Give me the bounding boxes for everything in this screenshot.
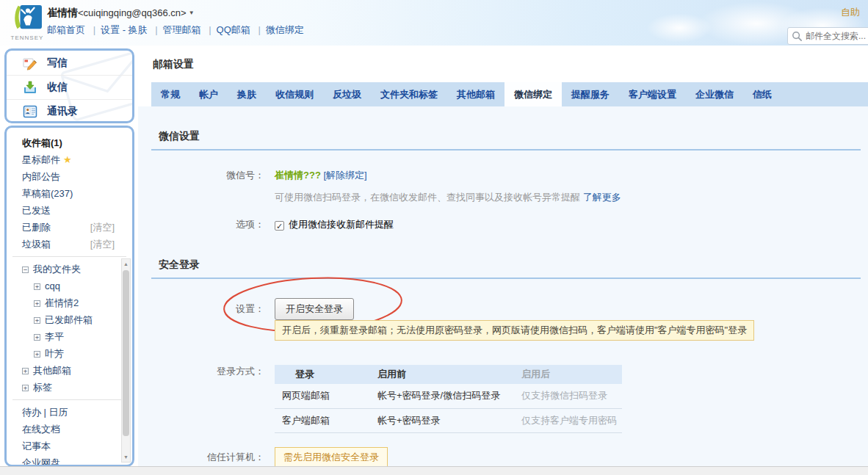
cloud-decoration bbox=[646, 13, 712, 43]
col-header-after: 启用后 bbox=[514, 365, 622, 384]
scroll-up-icon[interactable]: ▲ bbox=[122, 259, 130, 269]
unbind-link[interactable]: [解除绑定] bbox=[323, 170, 366, 181]
tree-expand-icon[interactable] bbox=[22, 385, 29, 391]
tree-collapse-icon[interactable] bbox=[22, 266, 29, 273]
tab-wechat-binding[interactable]: 微信绑定 bbox=[504, 82, 562, 106]
tab-reminder-service[interactable]: 提醒服务 bbox=[562, 82, 619, 106]
page-title: 邮箱设置 bbox=[153, 58, 194, 71]
tab-general[interactable]: 常规 bbox=[151, 82, 189, 106]
receive-mail-icon bbox=[23, 80, 37, 95]
tree-expand-icon[interactable] bbox=[34, 283, 40, 290]
tab-antispam[interactable]: 反垃圾 bbox=[323, 82, 371, 106]
tab-skin[interactable]: 换肤 bbox=[228, 82, 266, 106]
star-icon: ★ bbox=[63, 154, 72, 165]
login-mode-table: 登录 启用前 启用后 网页端邮箱 帐号+密码登录/微信扫码登录 仅支持微信扫码登… bbox=[275, 365, 622, 433]
compose-pencil-icon bbox=[23, 56, 37, 70]
user-dropdown-icon[interactable]: ▼ bbox=[189, 10, 195, 16]
trusted-computer-row: 信任计算机： 需先启用微信安全登录 bbox=[138, 447, 853, 466]
tab-other-mailboxes[interactable]: 其他邮箱 bbox=[447, 82, 504, 106]
empty-deleted-link[interactable]: [清空] bbox=[90, 219, 115, 236]
user-name: 崔情情 bbox=[47, 7, 78, 18]
wechat-id-row: 微信号： 崔情情??? [解除绑定] bbox=[138, 169, 853, 182]
settings-tabbar: 常规 帐户 换肤 收信规则 反垃圾 文件夹和标签 其他邮箱 微信绑定 提醒服务 … bbox=[151, 82, 868, 106]
wechat-description-row: 可使用微信扫码登录，在微信收发邮件、查找同事以及接收帐号异常提醒 了解更多 bbox=[138, 191, 853, 204]
contacts-icon bbox=[23, 104, 37, 119]
scroll-down-icon[interactable]: ▼ bbox=[122, 452, 130, 462]
sidebar-scrollbar[interactable]: ▲ ▼ bbox=[121, 258, 131, 463]
tab-stationery[interactable]: 信纸 bbox=[743, 82, 781, 106]
empty-spam-link[interactable]: [清空] bbox=[90, 236, 115, 253]
trusted-computer-label: 信任计算机： bbox=[138, 451, 264, 464]
folder-deleted[interactable]: 已删除[清空] bbox=[7, 219, 132, 236]
tree-expand-icon[interactable] bbox=[34, 334, 40, 341]
login-mode-label: 登录方式： bbox=[138, 365, 264, 378]
tab-client-settings[interactable]: 客户端设置 bbox=[619, 82, 686, 106]
tree-expand-icon[interactable] bbox=[34, 317, 40, 324]
tree-my-folders[interactable]: 我的文件夹 bbox=[7, 261, 132, 278]
tab-content: 微信设置 微信号： 崔情情??? [解除绑定] 可使用微信扫码登录，在微信收发邮… bbox=[138, 106, 868, 466]
nav-qq-mail[interactable]: QQ邮箱 bbox=[203, 24, 250, 35]
enable-security-login-button[interactable]: 开启安全登录 bbox=[275, 298, 354, 320]
tool-company-drive[interactable]: 企业网盘 bbox=[7, 454, 132, 467]
table-row: 网页端邮箱 帐号+密码登录/微信扫码登录 仅支持微信扫码登录 bbox=[275, 384, 622, 408]
search-input[interactable] bbox=[806, 29, 868, 43]
compose-button[interactable]: 写信 bbox=[7, 51, 132, 75]
tab-enterprise-wechat[interactable]: 企业微信 bbox=[686, 82, 743, 106]
security-warning-row: 开启后，须重新登录邮箱；无法使用原密码登录，网页版请使用微信扫码，客户端请使用"… bbox=[138, 320, 853, 341]
tab-folders-tags[interactable]: 文件夹和标签 bbox=[371, 82, 447, 106]
cell-web-after: 仅支持微信扫码登录 bbox=[514, 384, 622, 408]
user-account[interactable]: 崔情情<cuiqingqing@qq366.cn>▼ bbox=[47, 7, 195, 20]
tool-notebook[interactable]: 记事本 bbox=[7, 438, 132, 454]
cell-web-before: 帐号+密码登录/微信扫码登录 bbox=[370, 384, 514, 408]
brand-logo: TENNSEY bbox=[10, 4, 45, 41]
col-header-login: 登录 bbox=[275, 365, 370, 384]
folder-drafts[interactable]: 草稿箱(237) bbox=[7, 185, 132, 202]
self-service-link[interactable]: 自助 bbox=[841, 6, 868, 19]
nav-settings-skin[interactable]: 设置 - 换肤 bbox=[88, 24, 148, 35]
security-setting-row: 设置： 开启安全登录 bbox=[138, 298, 853, 320]
col-header-before: 启用前 bbox=[370, 365, 514, 384]
mail-search-box[interactable] bbox=[787, 27, 868, 45]
nav-wechat-bind[interactable]: 微信绑定 bbox=[253, 24, 303, 35]
tree-folder-cuiqingqing2[interactable]: 崔情情2 bbox=[7, 294, 132, 311]
contacts-button[interactable]: 通讯录 bbox=[7, 99, 132, 123]
divider bbox=[12, 256, 126, 257]
wechat-id-label: 微信号： bbox=[138, 169, 264, 182]
learn-more-link[interactable]: 了解更多 bbox=[583, 192, 621, 203]
tool-online-docs[interactable]: 在线文档 bbox=[7, 421, 132, 438]
wechat-notify-checkbox[interactable]: ✓ bbox=[275, 221, 284, 231]
folder-inbox[interactable]: 收件箱(1) bbox=[7, 134, 132, 151]
tennsey-logo-icon bbox=[10, 4, 44, 32]
contacts-label: 通讯录 bbox=[47, 105, 78, 118]
tree-tags[interactable]: 标签 bbox=[7, 379, 132, 396]
folder-spam[interactable]: 垃圾箱[清空] bbox=[7, 236, 132, 253]
cell-client-before: 帐号+密码登录 bbox=[370, 408, 514, 432]
tool-todo-calendar[interactable]: 待办 | 日历 bbox=[7, 404, 132, 421]
table-row: 客户端邮箱 帐号+密码登录 仅支持客户端专用密码 bbox=[275, 408, 622, 432]
tree-expand-icon[interactable] bbox=[34, 300, 40, 307]
nav-manage-mailbox[interactable]: 管理邮箱 bbox=[150, 24, 200, 35]
folder-sent[interactable]: 已发送 bbox=[7, 202, 132, 219]
nav-mail-home[interactable]: 邮箱首页 bbox=[47, 24, 85, 35]
cell-web-mailbox: 网页端邮箱 bbox=[275, 384, 370, 408]
receive-mail-button[interactable]: 收信 bbox=[7, 75, 132, 99]
folder-announcements[interactable]: 内部公告 bbox=[7, 168, 132, 185]
folder-starred[interactable]: 星标邮件★ bbox=[7, 151, 132, 168]
top-nav: 邮箱首页 设置 - 换肤 管理邮箱 QQ邮箱 微信绑定 bbox=[47, 23, 304, 37]
tree-expand-icon[interactable] bbox=[34, 351, 40, 358]
tree-folder-yefang[interactable]: 叶芳 bbox=[7, 345, 132, 362]
tree-other-mailboxes[interactable]: 其他邮箱 bbox=[7, 362, 132, 379]
scrollbar-thumb[interactable] bbox=[123, 270, 129, 436]
tree-folder-liping[interactable]: 李平 bbox=[7, 328, 132, 345]
tree-expand-icon[interactable] bbox=[22, 368, 29, 374]
cell-client-mailbox: 客户端邮箱 bbox=[275, 408, 370, 432]
tree-folder-sent-archive[interactable]: 已发邮件箱 bbox=[7, 311, 132, 328]
wechat-notify-text[interactable]: 使用微信接收新邮件提醒 bbox=[289, 219, 394, 230]
tree-folder-cqq[interactable]: cqq bbox=[7, 278, 132, 294]
option-label: 选项： bbox=[138, 218, 264, 231]
tab-account[interactable]: 帐户 bbox=[189, 82, 228, 106]
wechat-id-value: 崔情情??? bbox=[275, 170, 321, 181]
tab-mail-rules[interactable]: 收信规则 bbox=[266, 82, 323, 106]
user-email: <cuiqingqing@qq366.cn> bbox=[78, 7, 187, 18]
divider bbox=[12, 399, 126, 400]
